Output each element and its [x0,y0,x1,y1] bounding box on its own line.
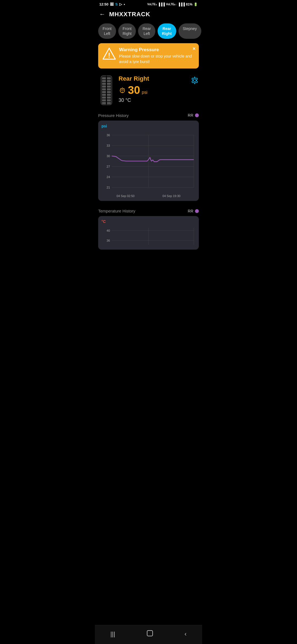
warning-banner: ! Warning Pressure Please slow down or s… [98,43,199,68]
svg-point-18 [122,91,123,92]
status-bar: 12:50 🖼 S ▷ • VoLTE₁ ▐▐▐ VoLTE₂↓ ▐▐▐ 81%… [95,0,202,7]
temp-legend-dot [195,209,199,213]
tyre-info-section: Rear Right 30 psi 30 °C [95,73,202,111]
svg-text:!: ! [108,52,110,59]
svg-point-19 [193,79,196,82]
tyre-pressure: 30 psi [119,84,187,96]
warning-triangle-icon: ! [103,47,116,60]
tyre-name: Rear Right [119,75,187,82]
page-title: MHXXTRACK [109,11,150,18]
pressure-legend: RR [188,113,199,118]
tab-front-left[interactable]: FrontLeft [98,23,116,39]
tyre-image [98,75,115,107]
svg-text:30: 30 [106,154,110,157]
signal-bar1: ▐▐▐ [158,2,165,6]
svg-text:27: 27 [106,165,110,168]
play-icon: ▷ [119,2,122,6]
pressure-chart-svg: 36 33 30 27 24 21 [100,129,197,192]
svg-text:21: 21 [106,186,110,189]
status-left: 12:50 🖼 S ▷ • [99,2,125,6]
temp-chart-y-label: °C [100,219,197,224]
battery-icon: 🔋 [194,2,198,6]
settings-button-wrap [191,75,199,86]
dot-icon: • [124,2,125,6]
tab-rear-left[interactable]: RearLeft [138,23,155,39]
temp-chart: °C 40 36 [98,216,199,250]
svg-text:40: 40 [106,229,110,232]
temp-legend-label: RR [188,209,193,213]
signal-bar2: ▐▐▐ [178,2,185,6]
time-label-1: 04 Sep 02:50 [117,194,134,198]
svg-text:36: 36 [106,133,110,137]
svg-rect-13 [106,76,107,105]
temp-history-title: Temperature History [98,209,135,213]
pressure-chart-y-label: psi [100,124,197,128]
svg-text:33: 33 [106,144,110,147]
battery-pct: 81% [186,2,193,6]
svg-text:24: 24 [106,175,110,179]
warning-title: Warning Pressure [119,47,194,53]
back-button[interactable]: ← [99,11,105,18]
svg-text:36: 36 [106,239,110,242]
tyre-details: Rear Right 30 psi 30 °C [119,75,187,103]
signal-lte1: VoLTE₁ [147,3,157,6]
pressure-unit: psi [142,90,147,95]
pressure-chart-time-labels: 04 Sep 02:50 04 Sep 19:30 [100,193,197,198]
warning-body: Please slow down or stop your vehicle an… [119,54,194,64]
gear-icon[interactable] [191,78,199,86]
s-icon: S [115,2,118,6]
pressure-history-title: Pressure History [98,113,129,118]
pressure-sensor-icon [119,86,126,95]
tab-stepney[interactable]: Stepney [178,23,201,39]
warning-close-button[interactable]: × [193,46,196,52]
gallery-icon: 🖼 [110,2,114,6]
temp-history-header: Temperature History RR [95,206,202,216]
pressure-legend-label: RR [188,113,193,118]
time-label-2: 04 Sep 19:30 [163,194,180,198]
pressure-history-header: Pressure History RR [95,111,202,121]
time: 12:50 [99,2,108,6]
header: ← MHXXTRACK [95,7,202,22]
pressure-chart-svg-wrap: 36 33 30 27 24 21 [100,129,197,193]
temp-chart-svg: 40 36 [100,225,197,247]
tab-rear-right[interactable]: RearRight [158,23,176,39]
tyre-temperature: 30 °C [119,97,187,103]
signal-lte2: VoLTE₂↓ [166,3,177,6]
pressure-value: 30 [128,84,140,96]
status-right: VoLTE₁ ▐▐▐ VoLTE₂↓ ▐▐▐ 81% 🔋 [147,2,198,6]
svg-line-16 [120,88,121,89]
tab-front-right[interactable]: FrontRight [118,23,136,39]
pressure-chart: psi 36 33 30 27 24 21 [98,121,199,201]
pressure-legend-dot [195,113,199,117]
warning-text: Warning Pressure Please slow down or sto… [119,47,194,64]
tab-bar: FrontLeft FrontRight RearLeft RearRight … [95,22,202,43]
temp-legend: RR [188,209,199,213]
svg-line-17 [124,88,124,89]
